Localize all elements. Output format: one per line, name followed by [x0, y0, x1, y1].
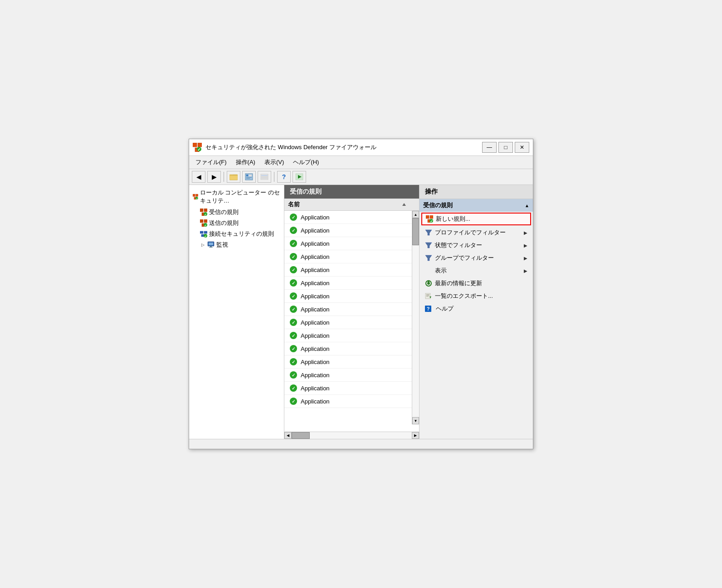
list-item[interactable]: ✓ Application — [284, 342, 412, 355]
scroll-down-button[interactable]: ▼ — [412, 417, 419, 424]
menu-help[interactable]: ヘルプ(H) — [289, 157, 322, 167]
sidebar-item-connection[interactable]: ✓ 接続セキュリティの規則 — [189, 228, 284, 239]
svg-text:✓: ✓ — [196, 197, 198, 200]
action-button[interactable] — [293, 171, 306, 183]
svg-rect-46 — [430, 215, 433, 219]
vertical-scrollbar[interactable]: ▲ ▼ — [412, 211, 419, 424]
list-item[interactable]: ✓ Application — [284, 290, 412, 303]
h-scroll-left-button[interactable]: ◀ — [284, 432, 292, 439]
filter-group-action[interactable]: グループでフィルター ▶ — [420, 252, 533, 264]
list-button[interactable] — [258, 171, 271, 183]
list-item[interactable]: ✓ Application — [284, 237, 412, 250]
list-item[interactable]: ✓ Application — [284, 382, 412, 395]
svg-marker-44 — [402, 203, 406, 206]
menu-file[interactable]: ファイル(F) — [192, 157, 230, 167]
connection-icon: ✓ — [200, 230, 207, 238]
filter-state-action[interactable]: 状態でフィルター ▶ — [420, 239, 533, 252]
close-button[interactable]: ✕ — [515, 142, 529, 153]
expand-icon: ▷ — [200, 242, 205, 248]
check-icon-1: ✓ — [290, 214, 297, 221]
right-section-header[interactable]: 受信の規則 ▲ — [420, 199, 533, 212]
minimize-button[interactable]: — — [482, 142, 497, 153]
scroll-track[interactable] — [412, 218, 419, 417]
back-icon: ◀ — [196, 173, 201, 180]
menu-action[interactable]: 操作(A) — [232, 157, 259, 167]
folder-icon — [229, 173, 238, 180]
outbound-icon: ✓ — [200, 219, 207, 227]
sidebar-root-label: ローカル コンピューター のセキュリテ… — [200, 189, 280, 205]
arrow-right-icon-3: ▶ — [524, 256, 527, 261]
scroll-up-button[interactable]: ▲ — [412, 211, 419, 218]
check-icon-11: ✓ — [290, 345, 297, 352]
refresh-action[interactable]: 最新の情報に更新 — [420, 277, 533, 290]
folder-button[interactable] — [227, 171, 240, 183]
list-item[interactable]: ✓ Application — [284, 303, 412, 316]
sort-arrow-icon[interactable] — [402, 202, 406, 207]
inbound-label: 受信の規則 — [209, 208, 239, 216]
arrow-right-icon-1: ▶ — [524, 230, 527, 235]
check-icon-9: ✓ — [290, 319, 297, 326]
toolbar: ◀ ▶ — [189, 169, 533, 185]
list-item[interactable]: ✓ Application — [284, 316, 412, 329]
outbound-label: 送信の規則 — [209, 219, 239, 227]
h-scroll-thumb[interactable] — [292, 432, 310, 439]
filter-profile-action[interactable]: プロファイルでフィルター ▶ — [420, 226, 533, 239]
monitor-icon — [207, 241, 215, 248]
check-icon-2: ✓ — [290, 227, 297, 234]
check-icon-8: ✓ — [290, 306, 297, 313]
menu-view[interactable]: 表示(V) — [261, 157, 288, 167]
svg-rect-57 — [426, 294, 429, 295]
filter-profile-icon — [425, 229, 432, 236]
help-action[interactable]: ? ヘルプ — [420, 302, 533, 315]
list-item[interactable]: ✓ Application — [284, 224, 412, 237]
forward-button[interactable]: ▶ — [207, 171, 221, 183]
item-label-13: Application — [301, 372, 330, 379]
properties-icon — [245, 173, 253, 180]
check-icon-5: ✓ — [290, 266, 297, 273]
properties-button[interactable] — [242, 171, 256, 183]
export-action[interactable]: 一覧のエクスポート... — [420, 290, 533, 302]
statusbar — [189, 439, 533, 449]
h-scroll-track[interactable] — [292, 432, 412, 439]
forward-icon: ▶ — [212, 173, 217, 180]
list-item[interactable]: ✓ Application — [284, 250, 412, 263]
svg-rect-12 — [249, 175, 252, 176]
filter-group-icon — [425, 254, 432, 262]
list-item[interactable]: ✓ Application — [284, 263, 412, 277]
right-panel: 操作 受信の規則 ▲ ✓ 新しい規則... — [420, 185, 533, 439]
list-item[interactable]: ✓ Application — [284, 395, 412, 408]
list-item[interactable]: ✓ Application — [284, 355, 412, 369]
item-label-15: Application — [301, 398, 330, 405]
help-icon: ? — [425, 306, 431, 312]
list-item[interactable]: ✓ Application — [284, 211, 412, 224]
svg-rect-36 — [204, 231, 207, 233]
list-item[interactable]: ✓ Application — [284, 277, 412, 290]
scroll-thumb[interactable] — [412, 218, 419, 245]
h-scroll-right-button[interactable]: ▶ — [412, 432, 419, 439]
main-window: ✓ セキュリティが強化された Windows Defender ファイアウォール… — [189, 139, 533, 449]
sidebar: ✓ ローカル コンピューター のセキュリテ… ✓ 受信の規則 — [189, 185, 284, 439]
svg-text:✓: ✓ — [204, 224, 207, 227]
list-item[interactable]: ✓ Application — [284, 329, 412, 342]
svg-rect-21 — [196, 194, 198, 196]
view-action[interactable]: 表示 ▶ — [420, 264, 533, 277]
maximize-button[interactable]: □ — [498, 142, 513, 153]
new-rule-action[interactable]: ✓ 新しい規則... — [421, 213, 531, 225]
svg-rect-16 — [261, 177, 268, 178]
sidebar-item-inbound[interactable]: ✓ 受信の規則 — [189, 207, 284, 218]
back-button[interactable]: ◀ — [192, 171, 205, 183]
sidebar-item-outbound[interactable]: ✓ 送信の規則 — [189, 218, 284, 228]
inbound-icon: ✓ — [200, 209, 207, 216]
svg-rect-15 — [261, 176, 268, 177]
firewall-icon: ✓ — [193, 193, 198, 200]
export-label: 一覧のエクスポート... — [435, 292, 493, 300]
help-button[interactable]: ? — [277, 171, 291, 183]
horizontal-scrollbar[interactable]: ◀ ▶ — [284, 432, 419, 439]
item-label-12: Application — [301, 359, 330, 365]
sidebar-item-monitor[interactable]: ▷ 監視 — [189, 239, 284, 250]
sidebar-root[interactable]: ✓ ローカル コンピューター のセキュリテ… — [189, 187, 284, 207]
item-label-3: Application — [301, 240, 330, 247]
filter-group-label: グループでフィルター — [435, 254, 494, 262]
section-label: 受信の規則 — [423, 201, 453, 209]
list-item[interactable]: ✓ Application — [284, 369, 412, 382]
